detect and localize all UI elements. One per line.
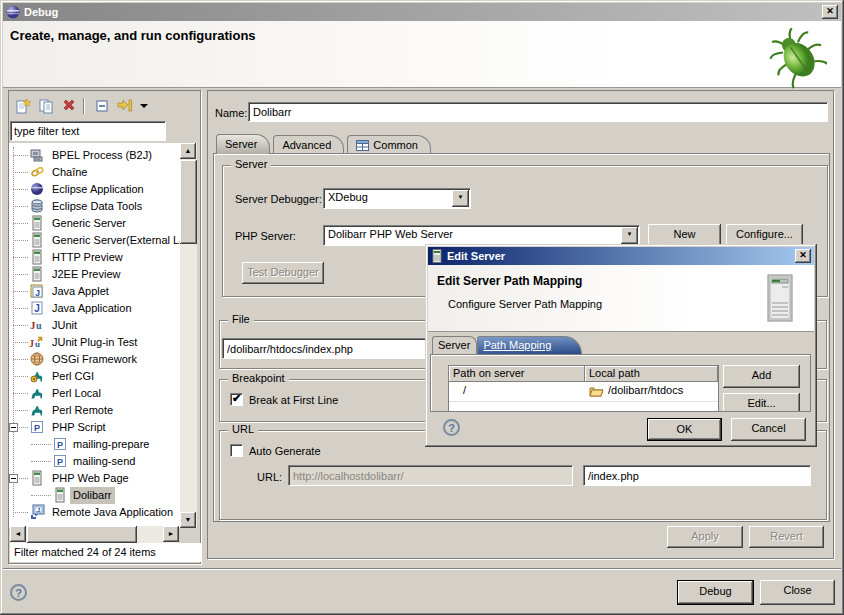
tab-advanced[interactable]: Advanced [273,135,344,154]
tree-item-label: Eclipse Data Tools [49,198,145,215]
tree-item-dolibarr[interactable]: Dolibarr [9,487,180,504]
tree-item-remote-java-application[interactable]: JRemote Java Application [9,504,180,521]
tree-item-mailing-prepare[interactable]: Pmailing-prepare [9,436,180,453]
vertical-scroll-thumb[interactable] [180,160,197,244]
junit-plugin-icon: Ju [29,334,45,350]
perl-icon [29,402,45,418]
tree-item-bpel-process-b2j[interactable]: BPEL Process (B2J) [9,147,180,164]
tree-item-perl-local[interactable]: Perl Local [9,385,180,402]
tree-item-cha-ne[interactable]: Chaîne [9,164,180,181]
duplicate-config-icon[interactable] [36,96,56,116]
svg-text:J: J [29,338,34,349]
tree-item-label: PHP Web Page [49,470,132,487]
close-button[interactable]: Close [760,580,835,605]
tree-item-php-script[interactable]: PPHP Script [9,419,180,436]
filter-input[interactable] [10,121,166,141]
tree-item-http-preview[interactable]: HTTP Preview [9,249,180,266]
server-icon [29,232,45,248]
folder-icon [589,385,604,399]
tree-item-label: Perl Local [49,385,104,402]
tree-item-j2ee-preview[interactable]: J2EE Preview [9,266,180,283]
scroll-left-icon[interactable]: ◄ [10,526,26,542]
tree-item-perl-cgi[interactable]: Perl CGI [9,368,180,385]
tree-item-junit[interactable]: JuJUnit [9,317,180,334]
column-header-path-on-server[interactable]: Path on server [449,366,585,382]
collapse-all-icon[interactable] [92,96,112,116]
cancel-button[interactable]: Cancel [731,418,806,441]
eclipse-app-icon [29,181,45,197]
php-server-label: PHP Server: [235,230,296,242]
tab-common[interactable]: Common [347,135,431,154]
tab-path-mapping[interactable]: Path Mapping [477,336,582,354]
tree-item-generic-server-external-la[interactable]: Generic Server(External La [9,232,180,249]
column-header-local-path[interactable]: Local path [585,366,718,382]
name-input[interactable] [248,102,828,122]
tree-item-osgi-framework[interactable]: OSGi Framework [9,351,180,368]
path-on-server-cell: / [449,382,585,401]
svg-text:J: J [37,507,40,513]
tree-item-perl-remote[interactable]: Perl Remote [9,402,180,419]
collapse-expander-icon[interactable] [9,423,18,432]
server-debugger-label: Server Debugger: [235,193,322,205]
url-input[interactable] [288,465,573,486]
svg-text:P: P [57,440,63,450]
tree-item-java-applet[interactable]: JJava Applet [9,283,180,300]
delete-config-icon[interactable] [59,96,79,116]
tree-item-java-application[interactable]: JJava Application [9,300,180,317]
window-close-button[interactable]: ✕ [822,5,838,19]
debug-button[interactable]: Debug [677,580,754,605]
apply-button[interactable]: Apply [667,526,743,548]
tree-item-label: HTTP Preview [49,249,126,266]
tree-horizontal-scrollbar[interactable]: ◄ ► [10,526,179,543]
ok-button[interactable]: OK [647,418,722,441]
new-config-icon[interactable] [13,96,33,116]
tree-item-mailing-send[interactable]: Pmailing-send [9,453,180,470]
server-icon [29,249,45,265]
bug-icon [769,27,827,91]
test-debugger-button[interactable]: Test Debugger [242,262,324,284]
url-path-input[interactable] [583,465,811,486]
filter-menu-arrow-icon[interactable] [138,96,150,116]
bpel-process-icon [29,147,45,163]
tree-item-php-web-page[interactable]: PHP Web Page [9,470,180,487]
tree-vertical-scrollbar[interactable]: ▲ ▼ [180,143,197,528]
php-icon: P [29,419,45,435]
tree-item-generic-server[interactable]: Generic Server [9,215,180,232]
scroll-down-icon[interactable]: ▼ [180,512,196,528]
tree-item-eclipse-data-tools[interactable]: Eclipse Data Tools [9,198,180,215]
dialog-help-icon[interactable]: ? [443,419,460,436]
tree-item-eclipse-application[interactable]: Eclipse Application [9,181,180,198]
path-mapping-row[interactable]: //dolibarr/htdocs [449,382,718,402]
scroll-up-icon[interactable]: ▲ [180,143,196,159]
perl-cgi-icon [29,368,45,384]
new-server-button[interactable]: New [648,224,721,246]
edit-server-close-button[interactable]: ✕ [795,249,811,263]
svg-text:J: J [35,288,40,298]
edit-mapping-button[interactable]: Edit... [723,393,800,412]
tab-server[interactable]: Server [216,134,270,154]
horizontal-scroll-thumb[interactable] [27,526,137,543]
filter-icon[interactable] [115,96,135,116]
help-icon[interactable]: ? [10,584,27,601]
tree-item-junit-plug-in-test[interactable]: JuJUnit Plug-in Test [9,334,180,351]
auto-generate-checkbox[interactable] [230,444,243,457]
tab-server-settings[interactable]: Server [432,336,477,354]
server-icon [29,215,45,231]
php-server-combo[interactable]: Dolibarr PHP Web Server ▼ [323,225,640,246]
junit-icon: Ju [29,317,45,333]
scroll-right-icon[interactable]: ► [163,526,179,542]
breakpoint-group-title: Breakpoint [228,372,289,384]
chevron-down-icon[interactable]: ▼ [621,227,638,244]
remote-java-icon: J [29,504,45,520]
collapse-expander-icon[interactable] [9,474,18,483]
window-title: Debug [24,6,58,18]
configure-button[interactable]: Configure... [726,224,803,246]
revert-button[interactable]: Revert [749,526,824,548]
java-applet-icon: J [29,283,45,299]
break-first-line-checkbox[interactable]: ✔ [230,393,243,406]
add-mapping-button[interactable]: Add [723,365,800,388]
server-icon [52,487,68,503]
chevron-down-icon[interactable]: ▼ [452,190,469,207]
server-debugger-combo[interactable]: XDebug ▼ [323,188,471,209]
edit-server-dialog: Edit Server ✕ Edit Server Path Mapping C… [425,244,817,447]
